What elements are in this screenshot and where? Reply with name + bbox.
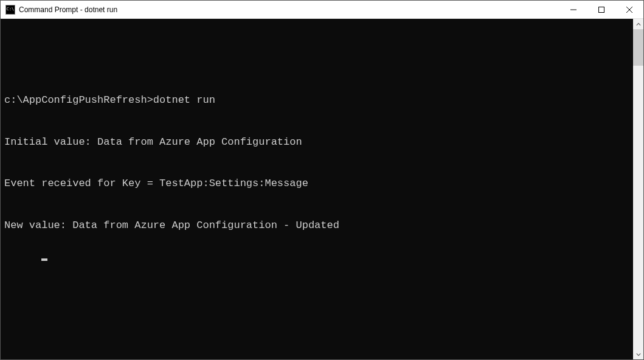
vertical-scrollbar[interactable] (633, 19, 643, 359)
maximize-button[interactable] (587, 1, 615, 18)
scroll-thumb[interactable] (633, 29, 643, 66)
close-icon (626, 7, 632, 13)
svg-rect-1 (599, 7, 604, 12)
output-line: New value: Data from Azure App Configura… (4, 219, 633, 233)
scroll-down-button[interactable] (633, 349, 643, 359)
app-icon-label: C:\ (7, 7, 15, 12)
maximize-icon (598, 7, 604, 13)
chevron-down-icon (636, 352, 641, 357)
titlebar[interactable]: C:\ Command Prompt - dotnet run (1, 1, 643, 19)
window-controls (559, 1, 643, 18)
prompt-line: c:\AppConfigPushRefresh>dotnet run (4, 94, 633, 108)
scroll-up-button[interactable] (633, 19, 643, 29)
blank-line (4, 52, 633, 66)
minimize-button[interactable] (559, 1, 587, 18)
window-title: Command Prompt - dotnet run (19, 5, 559, 14)
chevron-up-icon (636, 22, 641, 27)
minimize-icon (570, 7, 576, 13)
scroll-track[interactable] (633, 29, 643, 349)
output-line: Initial value: Data from Azure App Confi… (4, 136, 633, 150)
close-button[interactable] (615, 1, 643, 18)
output-line: Event received for Key = TestApp:Setting… (4, 177, 633, 191)
window-frame: C:\ Command Prompt - dotnet run c:\AppCo… (0, 0, 644, 360)
terminal[interactable]: c:\AppConfigPushRefresh>dotnet run Initi… (1, 19, 633, 359)
app-icon: C:\ (5, 5, 15, 15)
prompt-path: c:\AppConfigPushRefresh> (4, 94, 153, 106)
command-text: dotnet run (153, 94, 215, 106)
cursor (41, 258, 47, 261)
client-area: c:\AppConfigPushRefresh>dotnet run Initi… (1, 19, 643, 359)
